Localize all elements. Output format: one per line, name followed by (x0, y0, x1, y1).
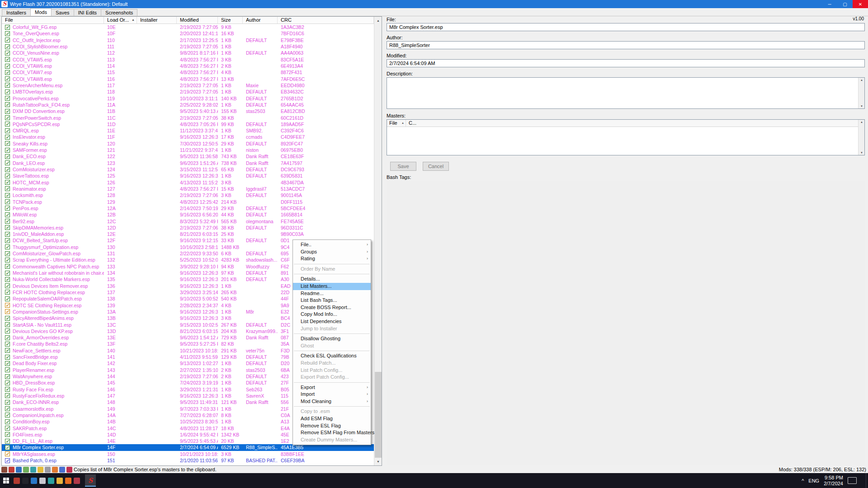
mod-row[interactable]: RutahTattooPack_FO4.esp 11A 2/25/2022 9:… (2, 102, 374, 108)
author-field[interactable]: R88_SimpleSorter (387, 41, 865, 49)
taskbar-app-icon-1[interactable] (14, 478, 20, 484)
menu-item-remove-esl-flag[interactable]: Remove ESL Flag (293, 422, 371, 430)
mod-checkbox[interactable] (5, 303, 10, 308)
mod-checkbox[interactable] (5, 44, 10, 49)
mod-checkbox[interactable] (5, 31, 10, 36)
mod-checkbox[interactable] (5, 322, 10, 327)
column-header-installer[interactable]: Installer (137, 17, 177, 23)
mod-checkbox[interactable] (5, 115, 10, 120)
taskbar-app-icon-4[interactable] (39, 478, 46, 484)
menu-item-add-esm-flag[interactable]: Add ESM Flag (293, 415, 371, 422)
mod-checkbox[interactable] (5, 258, 10, 263)
modified-field[interactable]: 2/7/2024 6:54:09 AM (387, 59, 865, 67)
scroll-down-icon[interactable]: ▼ (859, 105, 865, 108)
mod-checkbox[interactable] (5, 232, 10, 237)
mod-row[interactable]: DXM DD Convertion.esp 11B 9/5/2023 5:40:… (2, 108, 374, 114)
mod-row[interactable]: ProvocativePerks.esp 119 10/10/2023 3:11… (2, 95, 374, 101)
mod-checkbox[interactable] (5, 328, 10, 333)
menu-item-check-esl-qualifications[interactable]: Check ESL Qualifications (293, 352, 371, 360)
close-button[interactable]: ✕ (853, 0, 868, 8)
menu-item-list-dependencies[interactable]: List Dependencies (293, 318, 371, 325)
mod-checkbox[interactable] (5, 38, 10, 42)
menu-item-details[interactable]: Details... (293, 276, 371, 283)
menu-item-create-boss-report[interactable]: Create BOSS Report... (293, 304, 371, 311)
mod-checkbox[interactable] (5, 355, 10, 360)
mod-checkbox[interactable] (5, 419, 10, 424)
mod-row[interactable]: Sneaky Kills.esp 120 7/30/2023 12:50:58 … (2, 141, 374, 147)
language-indicator[interactable]: ENG (808, 478, 819, 483)
mod-checkbox[interactable] (5, 206, 10, 211)
menu-item-import[interactable]: Import› (293, 391, 371, 398)
mod-checkbox[interactable] (5, 264, 10, 269)
scroll-up-icon[interactable]: ▲ (859, 121, 865, 123)
mod-checkbox[interactable] (5, 316, 10, 321)
masters-column-current[interactable]: C... (406, 120, 416, 127)
mod-checkbox[interactable] (5, 335, 10, 340)
scroll-up-icon[interactable]: ▲ (374, 17, 382, 24)
tab-installers[interactable]: Installers (2, 9, 31, 16)
mod-row[interactable]: SAMFormer.esp 121 11/21/2022 9:37:48 AM … (2, 147, 374, 153)
mod-checkbox[interactable] (5, 296, 10, 301)
mod-checkbox[interactable] (5, 458, 10, 463)
tab-saves[interactable]: Saves (51, 9, 74, 16)
minimize-button[interactable]: ─ (822, 0, 837, 8)
scroll-up-icon[interactable]: ▲ (859, 79, 865, 81)
mod-checkbox[interactable] (5, 109, 10, 114)
bash-tags-area[interactable] (387, 181, 865, 465)
mod-row[interactable]: CCOI_VTAW6.esp 114 4/8/2023 7:56:27 PM 2… (2, 63, 374, 69)
taskbar-app-icon-6[interactable] (57, 478, 63, 484)
menu-item-export[interactable]: Export› (293, 384, 371, 391)
scrollbar-thumb[interactable] (375, 372, 382, 458)
mod-checkbox[interactable] (5, 160, 10, 165)
mod-checkbox[interactable] (5, 290, 10, 295)
mod-row[interactable]: M8rYASglasses.esp 150 10/21/2023 10:18:2… (2, 451, 374, 457)
mod-row[interactable]: CCOI_VTAW5.esp 113 4/8/2023 7:56:27 PM 3… (2, 56, 374, 63)
mod-checkbox[interactable] (5, 64, 10, 69)
mod-row[interactable]: Locksmith.esp 128 2/19/2023 7:27:06 PM 3… (2, 192, 374, 198)
mod-row[interactable]: LMBTOverlays.esp 118 2/19/2023 7:27:05 P… (2, 89, 374, 95)
statusbar-launcher-icon-5[interactable] (30, 467, 36, 473)
mod-checkbox[interactable] (5, 432, 10, 437)
mod-row[interactable]: CCOI_VTAW7.esp 115 4/8/2023 7:56:27 PM 4… (2, 69, 374, 75)
statusbar-launcher-icon-3[interactable] (16, 467, 22, 473)
show-desktop-button[interactable] (866, 473, 868, 488)
statusbar-launcher-icon-8[interactable] (52, 467, 58, 473)
mod-checkbox[interactable] (5, 102, 10, 107)
mod-row[interactable]: CCOI_StylishBloomer.esp 111 2/19/2023 7:… (2, 43, 374, 50)
tab-mods[interactable]: Mods (30, 8, 52, 16)
mod-checkbox[interactable] (5, 186, 10, 191)
mod-row[interactable]: ComMoisturizer.esp 124 3/15/2023 11:12:5… (2, 166, 374, 173)
mod-checkbox[interactable] (5, 387, 10, 392)
taskbar-active-app-wrye-flash[interactable]: S (85, 474, 96, 487)
mod-checkbox[interactable] (5, 367, 10, 372)
mod-checkbox[interactable] (5, 393, 10, 398)
mod-checkbox[interactable] (5, 244, 10, 249)
taskbar-app-icon-2[interactable] (22, 478, 28, 484)
mod-checkbox[interactable] (5, 76, 10, 81)
mod-checkbox[interactable] (5, 238, 10, 243)
mod-checkbox[interactable] (5, 439, 10, 444)
mod-checkbox[interactable] (5, 83, 10, 88)
mod-checkbox[interactable] (5, 174, 10, 178)
mod-row[interactable]: CC_Outfit_Injector.esp 110 2/17/2023 12:… (2, 37, 374, 43)
column-header-author[interactable]: Author (243, 17, 278, 23)
mod-checkbox[interactable] (5, 212, 10, 217)
tab-screenshots[interactable]: Screenshots (101, 9, 137, 16)
mod-row[interactable]: Ber92.esp 12C 8/3/2023 5:32:49 PM 565 KB… (2, 218, 374, 224)
mod-checkbox[interactable] (5, 57, 10, 62)
taskbar-app-icon-5[interactable] (48, 478, 54, 484)
mod-row[interactable]: PQsNPCsSPCDR.esp 11D 4/8/2023 7:05:26 PM… (2, 121, 374, 127)
mod-row[interactable]: TimerPowerSwitch.esp 11C 2/19/2023 7:27:… (2, 114, 374, 121)
mod-row[interactable]: InsElevator.esp 11F 9/16/2023 12:26:37 .… (2, 134, 374, 140)
mod-checkbox[interactable] (5, 271, 10, 276)
scroll-down-icon[interactable]: ▼ (374, 458, 382, 465)
mod-checkbox[interactable] (5, 406, 10, 411)
mod-checkbox[interactable] (5, 167, 10, 172)
column-header-load-order[interactable]: Load Or... ▲ (104, 17, 137, 23)
scroll-down-icon[interactable]: ▼ (859, 151, 865, 154)
mod-checkbox[interactable] (5, 154, 10, 159)
column-header-file[interactable]: File (2, 17, 104, 23)
statusbar-launcher-icon-9[interactable] (59, 467, 65, 473)
mod-checkbox[interactable] (5, 413, 10, 418)
mod-checkbox[interactable] (5, 251, 10, 256)
